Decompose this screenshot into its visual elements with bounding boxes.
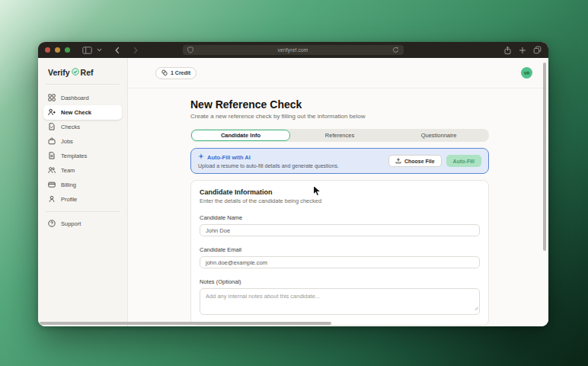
candidate-email-label: Candidate Email <box>200 246 480 253</box>
candidate-information-card: Candidate Information Enter the details … <box>190 180 489 326</box>
upload-icon <box>395 158 401 165</box>
sidebar-item-profile[interactable]: Profile <box>43 192 122 207</box>
main-header: 1 Credit VR <box>128 58 548 88</box>
sidebar-toggle-icon[interactable] <box>82 46 92 55</box>
autofill-button[interactable]: Auto-Fill <box>446 155 481 167</box>
page-content: New Reference Check Create a new referen… <box>128 88 548 326</box>
check-circle-icon <box>72 68 79 77</box>
app-sidebar: Verify Ref Dashboard New Check Ch <box>38 58 128 326</box>
file-lines-icon <box>48 152 56 161</box>
sidebar-item-support[interactable]: Support <box>43 217 122 231</box>
help-circle-icon <box>48 220 56 229</box>
notes-textarea[interactable] <box>200 288 480 315</box>
sidebar-item-label: Team <box>61 167 75 174</box>
forward-icon[interactable] <box>133 47 139 54</box>
briefcase-icon <box>48 137 56 146</box>
user-icon <box>48 195 56 204</box>
file-check-icon <box>48 123 56 132</box>
candidate-email-input[interactable] <box>200 256 480 268</box>
reload-icon[interactable] <box>392 47 399 53</box>
url-text: verifyref.com <box>193 47 392 53</box>
candidate-name-input[interactable] <box>200 224 480 236</box>
sidebar-item-dashboard[interactable]: Dashboard <box>43 91 122 105</box>
sidebar-item-jobs[interactable]: Jobs <box>43 134 122 149</box>
sidebar-nav: Dashboard New Check Checks Jobs Template… <box>38 91 127 207</box>
candidate-name-field-group: Candidate Name <box>200 214 480 236</box>
chevron-down-icon[interactable] <box>97 47 102 53</box>
card-subtitle: Enter the details of the candidate being… <box>200 197 480 204</box>
tab-candidate-info[interactable]: Candidate Info <box>191 130 290 141</box>
notes-field-group: Notes (Optional) <box>200 278 480 315</box>
app-logo: Verify Ref <box>38 58 127 84</box>
choose-file-label: Choose File <box>404 159 435 164</box>
logo-text-ref: Ref <box>81 68 94 77</box>
resize-handle-icon[interactable] <box>475 300 478 313</box>
sidebar-item-team[interactable]: Team <box>43 163 122 178</box>
shield-icon <box>187 47 193 53</box>
sidebar-item-label: Support <box>61 220 81 227</box>
logo-text-verify: Verify <box>48 68 70 77</box>
back-icon[interactable] <box>114 47 120 54</box>
page-subtitle: Create a new reference check by filling … <box>190 113 489 120</box>
page-title: New Reference Check <box>190 98 489 111</box>
new-tab-icon[interactable] <box>519 47 526 54</box>
credit-badge: 1 Credit <box>155 67 197 79</box>
credit-card-icon <box>48 181 56 190</box>
zoom-window-button[interactable] <box>65 47 70 53</box>
sidebar-divider <box>46 84 120 85</box>
credit-badge-label: 1 Credit <box>171 70 190 75</box>
minimize-window-button[interactable] <box>55 47 60 53</box>
avatar[interactable]: VR <box>521 67 532 79</box>
dashboard-grid-icon <box>48 94 56 103</box>
sidebar-item-checks[interactable]: Checks <box>43 120 122 134</box>
card-title: Candidate Information <box>200 188 480 196</box>
sidebar-item-new-check[interactable]: New Check <box>43 105 122 120</box>
share-icon[interactable] <box>503 46 512 55</box>
tab-bar: Candidate Info References Questionnaire <box>190 129 489 142</box>
sidebar-item-label: Checks <box>61 124 80 130</box>
sidebar-item-templates[interactable]: Templates <box>43 149 122 163</box>
coins-icon <box>161 69 168 77</box>
main-area: 1 Credit VR New Reference Check Create a… <box>128 58 548 326</box>
browser-window: verifyref.com Verify <box>38 42 548 326</box>
sidebar-item-label: New Check <box>61 109 91 116</box>
autofill-banner-subtitle: Upload a resume to auto-fill details and… <box>198 163 339 169</box>
tab-references[interactable]: References <box>290 130 389 141</box>
sidebar-item-label: Profile <box>61 196 77 203</box>
sparkle-icon <box>198 153 204 161</box>
sidebar-item-label: Dashboard <box>61 95 89 101</box>
notes-label: Notes (Optional) <box>200 278 480 285</box>
autofill-banner: Auto-Fill with AI Upload a resume to aut… <box>190 148 489 174</box>
close-window-button[interactable] <box>45 47 50 53</box>
tab-questionnaire[interactable]: Questionnaire <box>389 130 488 141</box>
candidate-email-field-group: Candidate Email <box>200 246 480 268</box>
autofill-banner-title: Auto-Fill with AI <box>207 154 251 161</box>
sidebar-item-label: Jobs <box>61 138 73 145</box>
sidebar-item-label: Templates <box>61 152 87 159</box>
users-icon <box>48 166 56 175</box>
tabs-overview-icon[interactable] <box>533 46 542 54</box>
sidebar-item-label: Billing <box>61 181 76 188</box>
candidate-name-label: Candidate Name <box>200 214 480 221</box>
sidebar-divider <box>46 211 120 212</box>
user-plus-icon <box>48 108 56 117</box>
choose-file-button[interactable]: Choose File <box>388 155 442 167</box>
url-bar[interactable]: verifyref.com <box>183 45 404 55</box>
browser-titlebar: verifyref.com <box>38 42 548 58</box>
horizontal-scrollbar[interactable] <box>40 322 331 325</box>
sidebar-item-billing[interactable]: Billing <box>43 178 122 192</box>
vertical-scrollbar[interactable] <box>543 63 546 251</box>
